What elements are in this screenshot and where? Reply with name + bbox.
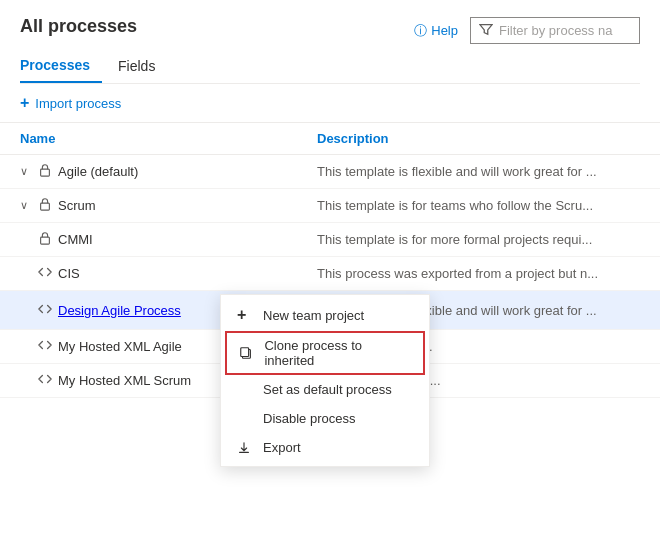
svg-rect-1 (41, 203, 50, 210)
row-name-text: CMMI (58, 232, 93, 247)
chevron-icon: ∨ (20, 199, 32, 212)
plus-icon: + (237, 306, 255, 324)
menu-item-label: Set as default process (263, 382, 392, 397)
help-icon: ⓘ (414, 22, 427, 40)
menu-item-label: Clone process to inherited (264, 338, 411, 368)
page-header: All processes ⓘ Help Filter by process n… (0, 0, 660, 84)
lock-icon (38, 163, 52, 180)
tab-fields[interactable]: Fields (118, 50, 167, 82)
filter-input[interactable]: Filter by process na (470, 17, 640, 44)
name-cell: ∨Scrum (0, 189, 297, 222)
processes-table: Name Description ∨Agile (default)This te… (0, 123, 660, 398)
menu-item-label: New team project (263, 308, 364, 323)
name-cell: CIS (0, 257, 297, 290)
svg-rect-4 (241, 348, 249, 357)
code-icon (38, 372, 52, 389)
row-name-text: My Hosted XML Scrum (58, 373, 191, 388)
col-name: Name (0, 123, 297, 155)
table-row: ∨Agile (default)This template is flexibl… (0, 155, 660, 189)
filter-icon (479, 22, 493, 39)
description-cell: This template is flexible and will work … (297, 155, 660, 189)
menu-item-disable-process[interactable]: Disable process (221, 404, 429, 433)
description-cell: This process was exported from a project… (297, 257, 660, 291)
row-name-text[interactable]: Design Agile Process (58, 303, 181, 318)
menu-item-clone-process[interactable]: Clone process to inherited (225, 331, 425, 375)
export-icon (237, 441, 255, 455)
svg-rect-0 (41, 169, 50, 176)
table-row: CMMIThis template is for more formal pro… (0, 223, 660, 257)
lock-icon (38, 231, 52, 248)
tab-bar: Processes Fields (20, 49, 640, 84)
name-cell: CMMI (0, 223, 297, 256)
help-link[interactable]: ⓘ Help (414, 22, 458, 40)
lock-icon (38, 197, 52, 214)
row-name-text: Agile (default) (58, 164, 138, 179)
description-cell: This template is for more formal project… (297, 223, 660, 257)
clone-icon (239, 346, 256, 360)
page-title: All processes (20, 16, 137, 37)
row-name-text: Scrum (58, 198, 96, 213)
table-row: CISThis process was exported from a proj… (0, 257, 660, 291)
menu-item-label: Disable process (263, 411, 356, 426)
description-cell: This template is for teams who follow th… (297, 189, 660, 223)
context-menu: +New team projectClone process to inheri… (220, 294, 430, 467)
code-icon (38, 265, 52, 282)
plus-icon: + (20, 94, 29, 112)
name-cell: ∨Agile (default) (0, 155, 297, 188)
chevron-icon: ∨ (20, 165, 32, 178)
menu-item-set-default[interactable]: Set as default process (221, 375, 429, 404)
col-description: Description (297, 123, 660, 155)
code-icon (38, 302, 52, 319)
menu-item-new-team-project[interactable]: +New team project (221, 299, 429, 331)
table-row: ∨ScrumThis template is for teams who fol… (0, 189, 660, 223)
svg-rect-2 (41, 237, 50, 244)
import-process-button[interactable]: + Import process (0, 84, 660, 123)
menu-item-label: Export (263, 440, 301, 455)
row-name-text: CIS (58, 266, 80, 281)
menu-item-export[interactable]: Export (221, 433, 429, 462)
row-name-text: My Hosted XML Agile (58, 339, 182, 354)
code-icon (38, 338, 52, 355)
tab-processes[interactable]: Processes (20, 49, 102, 83)
